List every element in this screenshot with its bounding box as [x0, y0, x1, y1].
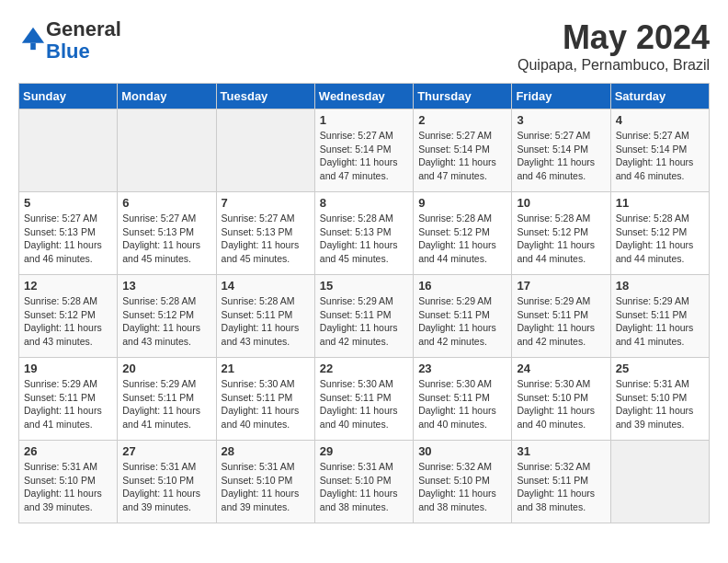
calendar-cell: 1Sunrise: 5:27 AMSunset: 5:14 PMDaylight…	[314, 109, 413, 192]
calendar-week-row: 12Sunrise: 5:28 AMSunset: 5:12 PMDayligh…	[19, 275, 710, 358]
calendar-cell: 25Sunrise: 5:31 AMSunset: 5:10 PMDayligh…	[610, 358, 709, 441]
weekday-header-cell: Tuesday	[216, 84, 314, 109]
calendar-cell: 7Sunrise: 5:27 AMSunset: 5:13 PMDaylight…	[216, 192, 314, 275]
day-number: 22	[320, 362, 408, 375]
calendar-cell: 19Sunrise: 5:29 AMSunset: 5:11 PMDayligh…	[19, 358, 118, 441]
day-number: 17	[517, 279, 605, 293]
calendar-cell: 12Sunrise: 5:28 AMSunset: 5:12 PMDayligh…	[19, 275, 118, 358]
day-number: 9	[418, 196, 506, 210]
day-info: Sunrise: 5:31 AMSunset: 5:10 PMDaylight:…	[222, 460, 310, 514]
day-info: Sunrise: 5:28 AMSunset: 5:12 PMDaylight:…	[616, 212, 704, 266]
day-number: 1	[320, 113, 408, 127]
title-block: May 2024 Quipapa, Pernambuco, Brazil	[518, 18, 710, 74]
day-info: Sunrise: 5:28 AMSunset: 5:12 PMDaylight:…	[418, 212, 506, 266]
calendar-cell: 2Sunrise: 5:27 AMSunset: 5:14 PMDaylight…	[414, 109, 512, 192]
logo-general-text: General	[46, 17, 121, 40]
calendar-body: 1Sunrise: 5:27 AMSunset: 5:14 PMDaylight…	[19, 109, 710, 523]
calendar-cell: 14Sunrise: 5:28 AMSunset: 5:11 PMDayligh…	[216, 275, 314, 358]
day-info: Sunrise: 5:31 AMSunset: 5:10 PMDaylight:…	[122, 460, 210, 514]
day-number: 16	[418, 279, 506, 293]
calendar-cell: 17Sunrise: 5:29 AMSunset: 5:11 PMDayligh…	[512, 275, 610, 358]
weekday-header-cell: Sunday	[19, 84, 118, 109]
day-number: 15	[320, 279, 408, 293]
calendar-cell: 21Sunrise: 5:30 AMSunset: 5:11 PMDayligh…	[216, 358, 314, 441]
calendar-cell: 28Sunrise: 5:31 AMSunset: 5:10 PMDayligh…	[216, 441, 314, 523]
day-number: 7	[222, 196, 310, 210]
day-info: Sunrise: 5:27 AMSunset: 5:13 PMDaylight:…	[222, 212, 310, 266]
location-title: Quipapa, Pernambuco, Brazil	[518, 57, 710, 74]
calendar-cell	[610, 441, 709, 523]
day-info: Sunrise: 5:28 AMSunset: 5:12 PMDaylight:…	[517, 212, 605, 266]
day-number: 24	[517, 362, 605, 375]
day-info: Sunrise: 5:27 AMSunset: 5:14 PMDaylight:…	[616, 129, 704, 183]
calendar-cell: 31Sunrise: 5:32 AMSunset: 5:11 PMDayligh…	[512, 441, 610, 523]
weekday-header-cell: Monday	[118, 84, 216, 109]
logo-blue-text: Blue	[46, 40, 90, 63]
day-number: 29	[320, 444, 408, 458]
calendar-cell: 18Sunrise: 5:29 AMSunset: 5:11 PMDayligh…	[610, 275, 709, 358]
month-title: May 2024	[518, 18, 710, 57]
day-number: 20	[122, 362, 210, 375]
day-number: 23	[418, 362, 506, 375]
day-info: Sunrise: 5:29 AMSunset: 5:11 PMDaylight:…	[320, 294, 408, 349]
day-info: Sunrise: 5:32 AMSunset: 5:11 PMDaylight:…	[517, 460, 605, 514]
calendar-cell: 10Sunrise: 5:28 AMSunset: 5:12 PMDayligh…	[512, 192, 610, 275]
calendar-week-row: 5Sunrise: 5:27 AMSunset: 5:13 PMDaylight…	[19, 192, 710, 275]
day-info: Sunrise: 5:28 AMSunset: 5:11 PMDaylight:…	[222, 294, 310, 349]
day-number: 13	[122, 279, 210, 293]
calendar-week-row: 1Sunrise: 5:27 AMSunset: 5:14 PMDaylight…	[19, 109, 710, 192]
day-number: 18	[616, 279, 704, 293]
calendar-week-row: 19Sunrise: 5:29 AMSunset: 5:11 PMDayligh…	[19, 358, 710, 441]
calendar-cell	[216, 109, 314, 192]
day-number: 6	[122, 196, 210, 210]
day-number: 3	[517, 113, 605, 127]
day-info: Sunrise: 5:28 AMSunset: 5:12 PMDaylight:…	[122, 294, 210, 349]
calendar-cell: 5Sunrise: 5:27 AMSunset: 5:13 PMDaylight…	[19, 192, 118, 275]
day-info: Sunrise: 5:31 AMSunset: 5:10 PMDaylight:…	[24, 460, 112, 514]
day-info: Sunrise: 5:30 AMSunset: 5:11 PMDaylight:…	[320, 377, 408, 431]
logo: General Blue	[18, 18, 121, 63]
day-info: Sunrise: 5:27 AMSunset: 5:14 PMDaylight:…	[320, 129, 408, 183]
day-info: Sunrise: 5:29 AMSunset: 5:11 PMDaylight:…	[122, 377, 210, 431]
calendar-table: SundayMondayTuesdayWednesdayThursdayFrid…	[18, 83, 710, 523]
day-number: 5	[24, 196, 112, 210]
day-info: Sunrise: 5:30 AMSunset: 5:10 PMDaylight:…	[517, 377, 605, 431]
day-number: 30	[418, 444, 506, 458]
day-number: 21	[222, 362, 310, 375]
svg-rect-1	[30, 43, 36, 50]
day-number: 27	[122, 444, 210, 458]
day-number: 2	[418, 113, 506, 127]
calendar-cell: 3Sunrise: 5:27 AMSunset: 5:14 PMDaylight…	[512, 109, 610, 192]
day-number: 31	[517, 444, 605, 458]
calendar-cell: 20Sunrise: 5:29 AMSunset: 5:11 PMDayligh…	[118, 358, 216, 441]
day-number: 4	[616, 113, 704, 127]
day-number: 19	[24, 362, 112, 375]
calendar-cell: 29Sunrise: 5:31 AMSunset: 5:10 PMDayligh…	[314, 441, 413, 523]
day-info: Sunrise: 5:30 AMSunset: 5:11 PMDaylight:…	[222, 377, 310, 431]
calendar-week-row: 26Sunrise: 5:31 AMSunset: 5:10 PMDayligh…	[19, 441, 710, 523]
day-info: Sunrise: 5:27 AMSunset: 5:14 PMDaylight:…	[517, 129, 605, 183]
day-info: Sunrise: 5:28 AMSunset: 5:12 PMDaylight:…	[24, 294, 112, 349]
day-info: Sunrise: 5:27 AMSunset: 5:13 PMDaylight:…	[24, 212, 112, 266]
svg-marker-0	[22, 28, 44, 43]
calendar-cell	[118, 109, 216, 192]
day-info: Sunrise: 5:27 AMSunset: 5:13 PMDaylight:…	[122, 212, 210, 266]
calendar-cell: 4Sunrise: 5:27 AMSunset: 5:14 PMDaylight…	[610, 109, 709, 192]
calendar-cell: 27Sunrise: 5:31 AMSunset: 5:10 PMDayligh…	[118, 441, 216, 523]
calendar-cell: 16Sunrise: 5:29 AMSunset: 5:11 PMDayligh…	[414, 275, 512, 358]
day-number: 28	[222, 444, 310, 458]
day-info: Sunrise: 5:32 AMSunset: 5:10 PMDaylight:…	[418, 460, 506, 514]
calendar-cell: 24Sunrise: 5:30 AMSunset: 5:10 PMDayligh…	[512, 358, 610, 441]
calendar-cell: 9Sunrise: 5:28 AMSunset: 5:12 PMDaylight…	[414, 192, 512, 275]
day-info: Sunrise: 5:29 AMSunset: 5:11 PMDaylight:…	[517, 294, 605, 349]
calendar-cell: 23Sunrise: 5:30 AMSunset: 5:11 PMDayligh…	[414, 358, 512, 441]
weekday-header-cell: Saturday	[610, 84, 709, 109]
day-info: Sunrise: 5:28 AMSunset: 5:13 PMDaylight:…	[320, 212, 408, 266]
calendar-cell: 26Sunrise: 5:31 AMSunset: 5:10 PMDayligh…	[19, 441, 118, 523]
calendar-cell: 13Sunrise: 5:28 AMSunset: 5:12 PMDayligh…	[118, 275, 216, 358]
day-info: Sunrise: 5:29 AMSunset: 5:11 PMDaylight:…	[616, 294, 704, 349]
weekday-header-cell: Friday	[512, 84, 610, 109]
day-number: 8	[320, 196, 408, 210]
calendar-cell: 22Sunrise: 5:30 AMSunset: 5:11 PMDayligh…	[314, 358, 413, 441]
day-number: 10	[517, 196, 605, 210]
